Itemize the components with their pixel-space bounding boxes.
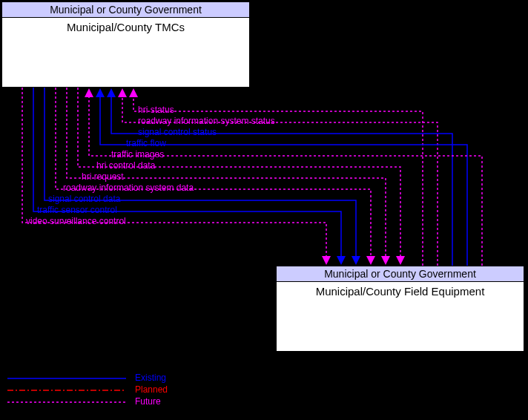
- legend-future: Future: [135, 396, 161, 407]
- flow-signal-control-data: signal control data: [48, 194, 120, 204]
- entity-field-equipment-body: Municipal/County Field Equipment: [277, 282, 524, 301]
- legend: Existing Planned Future: [131, 372, 168, 407]
- flow-roadway-info-status: roadway information system status: [138, 116, 275, 126]
- entity-field-equipment-header: Municipal or County Government: [277, 266, 524, 282]
- entity-tmc: Municipal or County Government Municipal…: [1, 1, 250, 88]
- legend-planned: Planned: [135, 384, 168, 395]
- entity-field-equipment: Municipal or County Government Municipal…: [276, 266, 524, 352]
- flow-hri-control-data: hri control data: [96, 160, 155, 171]
- legend-existing: Existing: [135, 373, 166, 383]
- entity-tmc-body: Municipal/County TMCs: [2, 18, 249, 36]
- flow-hri-status: hri status: [138, 105, 174, 115]
- flow-traffic-flow: traffic flow: [126, 138, 166, 148]
- flow-signal-control-status: signal control status: [138, 127, 217, 137]
- flow-traffic-images: traffic images: [111, 149, 164, 160]
- entity-tmc-header: Municipal or County Government: [2, 2, 249, 18]
- flow-traffic-sensor-control: traffic sensor control: [37, 205, 117, 215]
- flow-video-surveillance-control: video surveillance control: [26, 216, 126, 226]
- flow-hri-request: hri request: [82, 171, 124, 182]
- flow-roadway-info-data: roadway information system data: [63, 183, 194, 193]
